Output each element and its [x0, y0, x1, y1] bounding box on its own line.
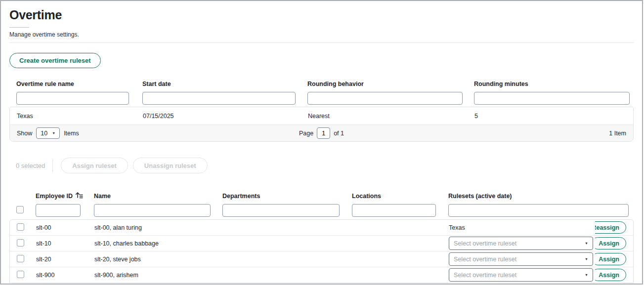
ruleset-cell: Texas ▼ [449, 224, 595, 231]
bulk-actions-bar: 0 selected Assign ruleset Unassign rules… [9, 158, 634, 173]
table-row: slt-00 slt-00, alan turing Texas ▼ Reass… [10, 220, 633, 236]
ruleset-cell: Select overtime ruleset ▼ [449, 268, 595, 282]
title-underline [9, 27, 29, 28]
items-label: Items [64, 130, 79, 137]
chevron-down-icon: ▼ [585, 273, 588, 277]
row-checkbox[interactable] [17, 223, 24, 231]
chevron-down-icon: ▼ [52, 131, 55, 135]
row-action-button[interactable]: Assign [595, 269, 626, 281]
column-header-rulesets: Rulesets (active date) [448, 193, 595, 200]
column-header-rounding-minutes: Rounding minutes [474, 81, 634, 87]
unassign-ruleset-button[interactable]: Unassign ruleset [133, 158, 208, 173]
filter-departments-input[interactable] [222, 204, 340, 217]
chevron-down-icon: ▼ [585, 257, 588, 261]
page-size-value: 10 [41, 130, 47, 137]
selected-count-label: 0 selected [16, 162, 45, 169]
employee-id-cell: slt-00 [36, 224, 94, 231]
employee-name-cell: slt-00, alan turing [94, 224, 223, 231]
rulesets-pagination-bar: Show 10 ▼ Items Page of 1 1 Item [10, 125, 633, 141]
chevron-down-icon: ▼ [585, 242, 588, 245]
page-number-input[interactable] [317, 127, 330, 139]
filter-rulesets-input[interactable] [448, 204, 629, 217]
filter-name-input[interactable] [94, 204, 211, 217]
total-items-label: 1 Item [609, 130, 626, 137]
sort-ascending-icon[interactable] [75, 192, 83, 200]
employee-id-cell: slt-900 [36, 272, 94, 279]
page-frame: Overtime Manage overtime settings. Creat… [0, 0, 643, 285]
row-checkbox[interactable] [17, 239, 24, 246]
ruleset-row-cell: Nearest [308, 113, 474, 120]
filter-start-date-input[interactable] [142, 92, 296, 105]
column-header-employee-id: Employee ID [36, 193, 73, 200]
ruleset-select-placeholder: Select overtime ruleset [454, 240, 516, 247]
column-header-start-date: Start date [142, 81, 307, 87]
employees-table-header: Employee ID Name Departments Locations R… [9, 192, 634, 200]
rulesets-table-header: Overtime rule name Start date Rounding b… [9, 81, 634, 87]
table-row: slt-20 slt-20, steve jobs Select overtim… [10, 251, 633, 267]
page-subtitle: Manage overtime settings. [9, 31, 634, 38]
column-header-departments: Departments [222, 193, 352, 200]
employees-filter-row [9, 204, 634, 217]
page-size-select[interactable]: 10 ▼ [36, 127, 60, 139]
filter-employee-id-input[interactable] [36, 204, 81, 217]
employees-table-body: slt-00 slt-00, alan turing Texas ▼ Reass… [9, 219, 634, 285]
row-checkbox[interactable] [17, 255, 24, 262]
rulesets-filter-row [9, 92, 634, 105]
ruleset-cell: Select overtime ruleset ▼ [449, 252, 595, 266]
ruleset-select[interactable]: Select overtime ruleset ▼ [449, 237, 593, 250]
page-title: Overtime [9, 8, 634, 22]
ruleset-cell: Select overtime ruleset ▼ [449, 237, 595, 250]
ruleset-row-cell: 07/15/2025 [143, 113, 308, 120]
ruleset-select-placeholder: Select overtime ruleset [454, 272, 516, 279]
ruleset-row-cell: Texas [17, 113, 143, 120]
filter-rounding-behavior-input[interactable] [307, 92, 463, 105]
assign-ruleset-button[interactable]: Assign ruleset [61, 158, 128, 173]
ruleset-value: Texas [449, 224, 465, 231]
column-header-rounding-behavior: Rounding behavior [307, 81, 474, 87]
filter-rounding-minutes-input[interactable] [474, 92, 630, 105]
employee-name-cell: slt-900, arishem [94, 272, 223, 279]
create-overtime-ruleset-button[interactable]: Create overtime ruleset [9, 53, 101, 68]
row-checkbox[interactable] [17, 271, 24, 278]
column-header-name: Name [94, 193, 222, 200]
table-row: slt-900 slt-900, arishem Select overtime… [10, 267, 633, 283]
vertical-divider [52, 159, 53, 172]
filter-overtime-rule-name-input[interactable] [16, 92, 129, 105]
page-label: Page [299, 130, 313, 137]
column-header-overtime-rule-name: Overtime rule name [16, 81, 142, 87]
clipped-row [10, 283, 633, 285]
ruleset-select-placeholder: Select overtime ruleset [454, 256, 516, 263]
ruleset-select[interactable]: Select overtime ruleset ▼ [449, 268, 593, 282]
table-row: slt-10 slt-10, charles babbage Select ov… [10, 236, 633, 251]
row-action-button[interactable]: Reassign [595, 221, 626, 234]
select-all-checkbox[interactable] [16, 206, 24, 213]
row-action-button[interactable]: Assign [595, 253, 626, 265]
column-header-locations: Locations [352, 193, 448, 200]
show-label: Show [17, 130, 32, 137]
ruleset-select[interactable]: Select overtime ruleset ▼ [449, 252, 593, 266]
rulesets-table-body: Texas07/15/2025Nearest5 Show 10 ▼ Items … [9, 107, 634, 142]
employee-name-cell: slt-10, charles babbage [94, 240, 223, 247]
ruleset-row-cell: 5 [474, 113, 633, 120]
ruleset-row: Texas07/15/2025Nearest5 [10, 107, 633, 125]
page-of-label: of 1 [334, 130, 344, 137]
employee-id-cell: slt-20 [36, 256, 94, 263]
employee-id-cell: slt-10 [36, 240, 94, 247]
filter-locations-input[interactable] [352, 204, 436, 217]
employee-name-cell: slt-20, steve jobs [94, 256, 223, 263]
header-divider [9, 42, 634, 43]
row-action-button[interactable]: Assign [595, 237, 626, 249]
